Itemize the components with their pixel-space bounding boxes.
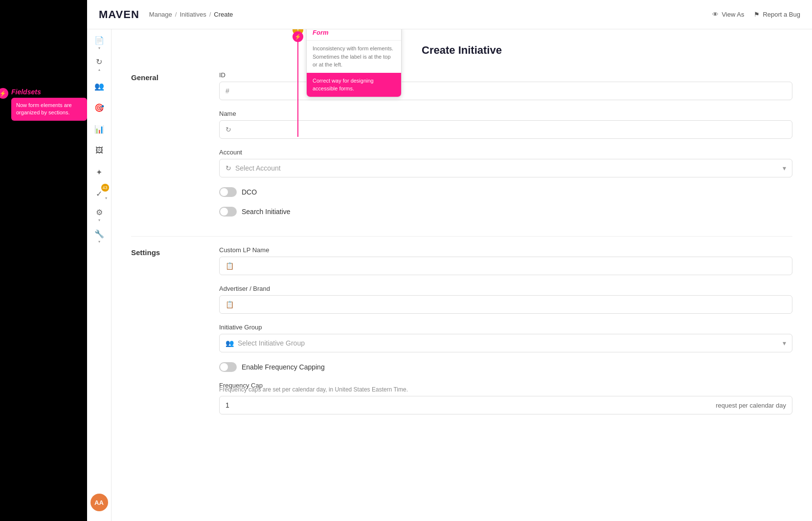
dco-toggle[interactable]: [219, 187, 237, 197]
search-initiative-toggle-row: Search Initiative: [219, 207, 792, 217]
name-field-group: Name ↻: [219, 110, 792, 139]
frequency-cap-input[interactable]: 1 request per calendar day: [219, 396, 792, 414]
initiative-group-chevron: ▾: [783, 339, 786, 347]
advertiser-brand-input[interactable]: 📋: [219, 295, 792, 314]
general-section-label: General: [131, 71, 190, 217]
initiative-group-group: Initiative Group 👥 Select Initiative Gro…: [219, 324, 792, 352]
dco-label: DCO: [242, 188, 257, 196]
search-initiative-label: Search Initiative: [242, 208, 291, 216]
frequency-cap-group: Frequency Cap Frequency caps are set per…: [219, 382, 792, 414]
initiative-group-select[interactable]: 👥 Select Initiative Group ▾: [219, 334, 792, 352]
custom-lp-name-label: Custom LP Name: [219, 246, 792, 254]
content-area: ! ⚡ Form Inconsistency with form element…: [112, 29, 812, 521]
frequency-cap-value: 1: [226, 401, 229, 409]
id-label: ID: [219, 71, 792, 79]
account-placeholder: Select Account: [235, 164, 281, 172]
settings-fields: Custom LP Name 📋 Advertiser / Brand 📋: [219, 246, 792, 414]
main-wrapper: MAVEN Manage / Initiatives / Create 👁 Vi…: [87, 0, 812, 521]
sidebar-bottom: AA: [90, 489, 108, 516]
fieldsets-dot-icon: ⚡: [0, 88, 8, 99]
left-panel: ⚡ Fieldsets Now form elements are organi…: [0, 0, 87, 521]
frequency-cap-desc: Frequency caps are set per calendar day,…: [219, 386, 792, 393]
flag-icon: ⚑: [754, 11, 760, 18]
view-as-button[interactable]: 👁 View As: [712, 11, 744, 18]
chevron-down-icon: ▾: [783, 164, 786, 172]
id-pink-dot: [331, 89, 335, 93]
sidebar-doc-icon[interactable]: 📄 ▾: [90, 34, 108, 52]
body-layout: 📄 ▾ ↻ ▴ 👥 🎯 📊 🖼 ✦ ✓: [87, 29, 812, 521]
id-input-wrapper[interactable]: #: [219, 82, 792, 100]
breadcrumb-create: Create: [214, 11, 233, 18]
avatar[interactable]: AA: [90, 494, 108, 511]
sidebar-chart-icon[interactable]: 📊: [90, 120, 108, 138]
fieldsets-title: Fieldsets: [11, 88, 87, 96]
initiative-group-icon: 👥: [226, 339, 234, 347]
fieldsets-annotation: ⚡ Fieldsets Now form elements are organi…: [0, 88, 87, 121]
freq-cap-toggle-row: Enable Frequency Capping: [219, 362, 792, 372]
sidebar-users-icon[interactable]: 👥: [90, 77, 108, 95]
report-bug-label: Report a Bug: [763, 11, 800, 18]
initiative-group-placeholder: Select Initiative Group: [238, 339, 305, 347]
warning-icon: !: [293, 29, 303, 35]
breadcrumb-manage[interactable]: Manage: [149, 11, 172, 18]
eye-icon: 👁: [712, 11, 719, 18]
form-tooltip-title: Form: [307, 29, 401, 41]
header: MAVEN Manage / Initiatives / Create 👁 Vi…: [87, 0, 812, 29]
account-label: Account: [219, 149, 792, 156]
general-fields: ID # Name ↻ A: [219, 71, 792, 217]
frequency-cap-suffix: request per calendar day: [716, 402, 786, 409]
section-divider: [131, 236, 792, 237]
sidebar-target-icon[interactable]: 🎯: [90, 99, 108, 116]
sidebar-check-icon[interactable]: ✓ 43 ▾: [90, 185, 108, 202]
fieldsets-bubble: Now form elements are organized by secti…: [11, 98, 87, 121]
general-section: General ID # Name ↻: [131, 71, 792, 217]
page-title: Create Initiative: [131, 44, 792, 57]
custom-lp-name-group: Custom LP Name 📋: [219, 246, 792, 275]
freq-cap-toggle[interactable]: [219, 362, 237, 372]
account-field-group: Account ↻ Select Account ▾: [219, 149, 792, 177]
breadcrumb: Manage / Initiatives / Create: [149, 11, 233, 18]
account-select[interactable]: ↻ Select Account ▾: [219, 159, 792, 177]
search-initiative-toggle[interactable]: [219, 207, 237, 217]
doc-icon: 📋: [226, 262, 234, 270]
sidebar-gear-icon[interactable]: ⚙ ▾: [90, 206, 108, 224]
doc2-icon: 📋: [226, 301, 234, 308]
view-as-label: View As: [722, 11, 744, 18]
initiative-group-label: Initiative Group: [219, 324, 792, 331]
name-input-wrapper[interactable]: ↻: [219, 120, 792, 139]
freq-cap-label: Enable Frequency Capping: [242, 363, 325, 371]
advertiser-brand-label: Advertiser / Brand: [219, 285, 792, 292]
advertiser-brand-group: Advertiser / Brand 📋: [219, 285, 792, 314]
breadcrumb-initiatives[interactable]: Initiatives: [180, 11, 206, 18]
settings-section-label: Settings: [131, 246, 190, 414]
sidebar-badge: 43: [101, 184, 109, 192]
sidebar-star-icon[interactable]: ✦: [90, 163, 108, 181]
sidebar-image-icon[interactable]: 🖼: [90, 142, 108, 159]
dco-toggle-row: DCO: [219, 187, 792, 197]
refresh-icon: ↻: [226, 126, 231, 133]
hash-icon: #: [226, 87, 229, 95]
sidebar-refresh-icon[interactable]: ↻ ▴: [90, 56, 108, 73]
header-right: 👁 View As ⚑ Report a Bug: [712, 11, 800, 18]
name-label: Name: [219, 110, 792, 117]
sidebar: 📄 ▾ ↻ ▴ 👥 🎯 📊 🖼 ✦ ✓: [87, 29, 112, 521]
settings-section: Settings Custom LP Name 📋 Advertiser / B…: [131, 246, 792, 414]
logo: MAVEN: [99, 8, 139, 21]
report-bug-button[interactable]: ⚑ Report a Bug: [754, 11, 800, 18]
custom-lp-name-input[interactable]: 📋: [219, 257, 792, 275]
bolt-icon-tooltip: ⚡: [293, 31, 303, 42]
account-select-icon: ↻: [226, 164, 231, 172]
sidebar-wrench-icon[interactable]: 🔧 ▾: [90, 228, 108, 245]
id-field-group: ID #: [219, 71, 792, 100]
